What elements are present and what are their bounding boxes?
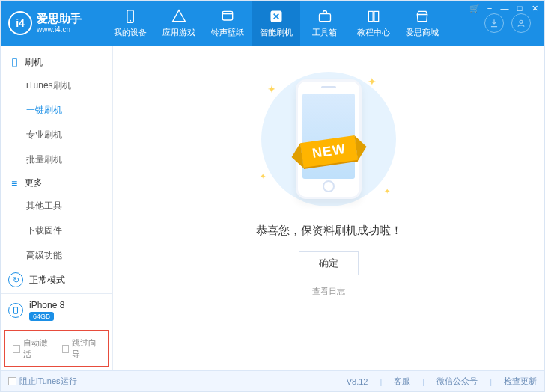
divider: | — [422, 377, 424, 386]
tab-label: 教程中心 — [357, 27, 390, 38]
divider: | — [490, 377, 492, 386]
sidebar-group-flash: 刷机 — [1, 52, 112, 73]
main-panel: ✦ ✦ ✦ ✦ NEW 恭喜您，保资料刷机成功啦！ 确定 查看日志 — [113, 46, 544, 370]
view-log-link[interactable]: 查看日志 — [312, 286, 345, 297]
spark-icon: ✦ — [368, 76, 377, 88]
close-button[interactable]: ✕ — [529, 3, 540, 13]
tab-store[interactable]: 爱思商城 — [398, 1, 446, 46]
tab-label: 智能刷机 — [260, 27, 293, 38]
menu-button[interactable]: ≡ — [484, 3, 495, 13]
sidebar-item-advanced[interactable]: 高级功能 — [1, 243, 112, 266]
success-illustration: ✦ ✦ ✦ ✦ NEW — [246, 68, 411, 210]
sidebar-item-download-firmware[interactable]: 下载固件 — [1, 218, 112, 243]
download-button[interactable] — [484, 13, 504, 33]
maximize-button[interactable]: □ — [514, 3, 525, 13]
highlighted-options-box: 自动激活 跳过向导 — [4, 330, 109, 367]
toolbox-icon — [317, 8, 333, 25]
tab-my-device[interactable]: 我的设备 — [106, 1, 154, 46]
window-controls: 🛒 ≡ — □ ✕ — [469, 3, 540, 13]
tab-label: 铃声壁纸 — [211, 27, 244, 38]
sidebar: 刷机 iTunes刷机 一键刷机 专业刷机 批量刷机 ≡ 更多 其他工具 下载固… — [1, 46, 113, 370]
tab-smart-flash[interactable]: 智能刷机 — [252, 1, 300, 46]
tab-label: 爱思商城 — [406, 27, 439, 38]
divider: | — [380, 377, 382, 386]
svg-rect-4 — [319, 14, 330, 22]
ringtone-icon — [219, 8, 236, 25]
sidebar-group-more: ≡ 更多 — [1, 172, 112, 194]
storage-badge: 64GB — [29, 312, 54, 321]
check-skip-wizard[interactable]: 跳过向导 — [62, 337, 101, 360]
sidebar-group-title: 更多 — [25, 177, 43, 189]
more-icon: ≡ — [8, 177, 20, 189]
device-name: iPhone 8 — [29, 300, 64, 310]
spark-icon: ✦ — [267, 83, 276, 95]
footer-link-update[interactable]: 检查更新 — [504, 376, 537, 387]
svg-point-1 — [130, 20, 131, 22]
tab-apps[interactable]: 应用游戏 — [154, 1, 203, 46]
svg-rect-7 — [14, 307, 18, 313]
sidebar-item-other-tools[interactable]: 其他工具 — [1, 194, 112, 218]
version-label: V8.12 — [347, 377, 368, 386]
svg-rect-2 — [222, 11, 232, 20]
app-name-en: www.i4.cn — [37, 25, 82, 34]
checkbox-icon — [8, 377, 16, 385]
phone-small-icon — [8, 303, 23, 318]
main-tabs: 我的设备 应用游戏 铃声壁纸 智能刷机 工具箱 教程中心 — [106, 1, 446, 46]
check-block-itunes[interactable]: 阻止iTunes运行 — [8, 376, 77, 387]
checkbox-icon — [13, 345, 20, 353]
check-label: 自动激活 — [23, 337, 52, 360]
sidebar-item-pro-flash[interactable]: 专业刷机 — [1, 123, 112, 147]
sidebar-item-batch-flash[interactable]: 批量刷机 — [1, 147, 112, 172]
footer-link-wechat[interactable]: 微信公众号 — [436, 376, 478, 387]
check-label: 跳过向导 — [72, 337, 100, 360]
tab-ringtones[interactable]: 铃声壁纸 — [203, 1, 252, 46]
checkbox-icon — [62, 345, 70, 353]
device-row[interactable]: iPhone 8 64GB — [1, 293, 112, 327]
status-bar: 阻止iTunes运行 V8.12 | 客服 | 微信公众号 | 检查更新 — [1, 370, 544, 391]
ok-button[interactable]: 确定 — [299, 251, 359, 275]
sidebar-item-onekey-flash[interactable]: 一键刷机 — [1, 98, 112, 123]
topbar: i4 爱思助手 www.i4.cn 我的设备 应用游戏 铃声壁纸 智能刷机 — [1, 1, 544, 46]
device-icon — [122, 8, 138, 25]
app-name-cn: 爱思助手 — [37, 13, 82, 25]
minimize-button[interactable]: — — [499, 3, 510, 13]
tab-label: 工具箱 — [312, 27, 337, 38]
device-mode-label: 正常模式 — [29, 274, 65, 287]
tab-toolbox[interactable]: 工具箱 — [300, 1, 349, 46]
app-logo: i4 爱思助手 www.i4.cn — [8, 11, 106, 35]
spark-icon: ✦ — [260, 172, 266, 180]
sidebar-group-title: 刷机 — [25, 56, 43, 69]
footer-link-kefu[interactable]: 客服 — [394, 376, 410, 387]
tab-tutorials[interactable]: 教程中心 — [349, 1, 398, 46]
success-message: 恭喜您，保资料刷机成功啦！ — [256, 224, 402, 238]
book-icon — [365, 8, 382, 25]
tab-label: 我的设备 — [114, 27, 147, 38]
sidebar-item-itunes-flash[interactable]: iTunes刷机 — [1, 73, 112, 98]
spark-icon: ✦ — [384, 187, 390, 195]
svg-point-5 — [520, 20, 523, 23]
device-mode-row[interactable]: ↻ 正常模式 — [1, 266, 112, 293]
svg-rect-6 — [12, 58, 16, 67]
tab-label: 应用游戏 — [162, 27, 195, 38]
apps-icon — [171, 8, 187, 25]
check-label: 阻止iTunes运行 — [19, 376, 77, 387]
logo-badge: i4 — [8, 11, 32, 35]
store-icon — [414, 8, 430, 25]
device-small-icon — [8, 58, 20, 67]
check-auto-activate[interactable]: 自动激活 — [13, 337, 52, 360]
refresh-icon: ↻ — [8, 272, 23, 287]
user-button[interactable] — [511, 13, 531, 33]
flash-icon — [268, 8, 284, 25]
cart-button[interactable]: 🛒 — [469, 3, 480, 13]
